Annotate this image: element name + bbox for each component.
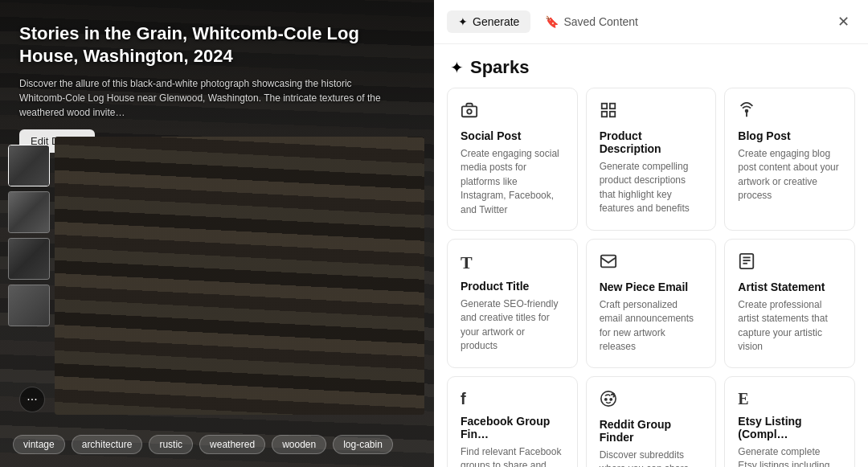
thumb-image-4 [9, 285, 49, 326]
page-description: Discover the allure of this black-and-wh… [19, 76, 389, 120]
card-product-title[interactable]: T Product Title Generate SEO-friendly an… [447, 239, 578, 368]
card-new-piece-email[interactable]: New Piece Email Craft personalized email… [586, 239, 717, 368]
camera-icon [461, 101, 564, 123]
card-blog-post[interactable]: Blog Post Create engaging blog post cont… [724, 88, 855, 231]
close-button[interactable]: ✕ [831, 10, 855, 34]
facebook-icon: f [461, 390, 564, 408]
bookmark-icon: 🔖 [545, 15, 559, 28]
card-product-description[interactable]: Product Description Generate compelling … [586, 88, 717, 231]
right-header: ✦ Generate 🔖 Saved Content ✕ [434, 0, 868, 44]
grid-icon [600, 101, 703, 123]
card-artist-statement[interactable]: Artist Statement Create professional art… [724, 239, 855, 368]
svg-point-14 [610, 398, 612, 399]
tag-wooden[interactable]: wooden [272, 435, 326, 454]
right-panel: ✦ Generate 🔖 Saved Content ✕ ✦ Sparks So… [434, 0, 868, 467]
tag-log-cabin[interactable]: log-cabin [333, 435, 393, 454]
tag-rustic[interactable]: rustic [149, 435, 193, 454]
thumbnail-3[interactable] [8, 238, 50, 280]
generate-tab-icon: ✦ [458, 15, 468, 28]
etsy-icon-1: E [738, 390, 841, 408]
email-icon [600, 252, 703, 274]
sparks-icon: ✦ [450, 58, 464, 77]
more-button[interactable]: ··· [19, 387, 45, 412]
thumbnail-2[interactable] [8, 191, 50, 233]
card-etsy-complete-title: Etsy Listing (Compl… [738, 415, 841, 440]
cards-scroll: Social Post Create engaging social media… [434, 88, 868, 467]
svg-rect-5 [609, 112, 614, 117]
thumbnail-strip [8, 145, 50, 326]
card-blog-post-title: Blog Post [738, 129, 841, 142]
sparks-header: ✦ Sparks [434, 44, 868, 88]
thumb-image-3 [9, 239, 49, 279]
close-icon: ✕ [837, 13, 850, 31]
main-image-bg [55, 137, 424, 415]
thumbnail-4[interactable] [8, 285, 50, 326]
sparks-title: Sparks [470, 57, 529, 78]
card-product-title-title: Product Title [461, 280, 564, 293]
tab-saved-content[interactable]: 🔖 Saved Content [534, 10, 649, 33]
left-panel: Stories in the Grain, Whitcomb-Cole Log … [0, 0, 434, 467]
card-product-desc-title: Product Description [600, 129, 703, 155]
card-etsy-listing-complete[interactable]: E Etsy Listing (Compl… Generate complete… [724, 376, 855, 467]
card-new-piece-email-title: New Piece Email [600, 281, 703, 293]
card-artist-statement-desc: Create professional artist statements th… [738, 298, 841, 354]
tag-vintage[interactable]: vintage [13, 435, 65, 454]
svg-point-1 [467, 109, 472, 114]
card-reddit-group-desc: Discover subreddits where you can share … [600, 449, 703, 467]
svg-point-15 [612, 393, 614, 395]
svg-point-13 [604, 398, 606, 399]
thumb-image-1 [9, 145, 49, 186]
saved-tab-label: Saved Content [563, 15, 638, 28]
svg-rect-3 [609, 104, 614, 109]
card-facebook-group-title: Facebook Group Fin… [461, 415, 564, 440]
card-etsy-complete-desc: Generate complete Etsy listings includin… [738, 445, 841, 467]
generate-tab-label: Generate [473, 15, 519, 28]
tag-architecture[interactable]: architecture [72, 435, 143, 454]
card-social-post-title: Social Post [461, 129, 564, 142]
svg-point-6 [746, 110, 748, 113]
more-icon: ··· [27, 392, 37, 407]
card-social-post[interactable]: Social Post Create engaging social media… [447, 88, 578, 231]
signal-icon [738, 101, 841, 123]
thumb-image-2 [9, 192, 49, 232]
thumbnail-1[interactable] [8, 145, 50, 186]
document-lines-icon [738, 252, 841, 274]
text-icon: T [461, 252, 564, 273]
svg-rect-7 [600, 256, 615, 268]
card-blog-post-desc: Create engaging blog post content about … [738, 147, 841, 203]
cards-grid: Social Post Create engaging social media… [447, 88, 855, 467]
card-facebook-group[interactable]: f Facebook Group Fin… Find relevant Face… [447, 376, 578, 467]
card-product-desc-desc: Generate compelling product descriptions… [600, 160, 703, 216]
tab-generate[interactable]: ✦ Generate [447, 10, 530, 33]
svg-rect-2 [601, 104, 606, 109]
card-reddit-group[interactable]: Reddit Group Finder Discover subreddits … [586, 376, 717, 467]
card-product-title-desc: Generate SEO-friendly and creative title… [461, 297, 564, 354]
tag-weathered[interactable]: weathered [199, 435, 265, 454]
card-facebook-group-desc: Find relevant Facebook groups to share a… [461, 445, 564, 467]
main-image [55, 137, 424, 415]
svg-rect-4 [601, 112, 606, 117]
card-new-piece-email-desc: Craft personalized email announcements f… [600, 298, 703, 354]
tags-row: vintage architecture rustic weathered wo… [13, 435, 421, 454]
reddit-icon [600, 390, 703, 412]
card-social-post-desc: Create engaging social media posts for p… [461, 147, 564, 217]
card-reddit-group-title: Reddit Group Finder [600, 418, 703, 444]
page-title: Stories in the Grain, Whitcomb-Cole Log … [19, 23, 415, 67]
card-artist-statement-title: Artist Statement [738, 281, 841, 293]
svg-rect-0 [462, 106, 477, 117]
